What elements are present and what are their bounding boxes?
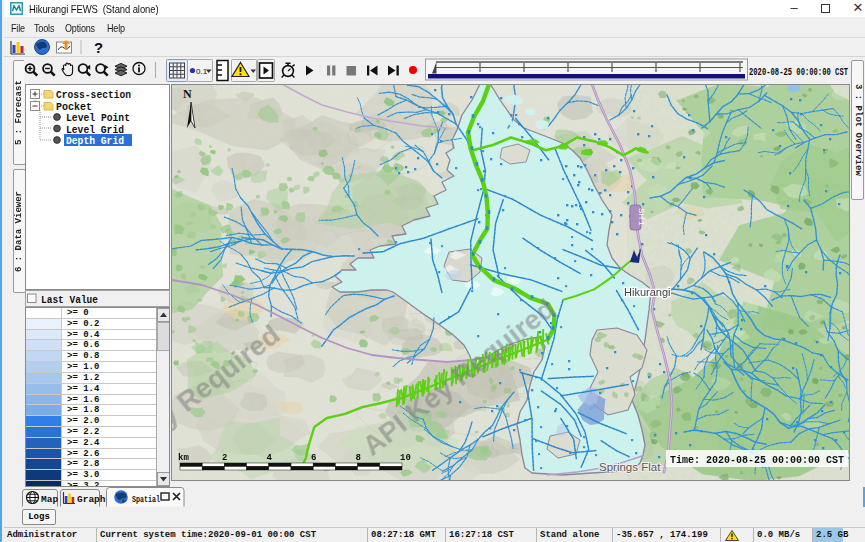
svg-text:6: 6 [311, 453, 316, 463]
svg-text:Last Value: Last Value [41, 295, 98, 306]
svg-text:8: 8 [356, 453, 361, 463]
svg-text:Level Grid: Level Grid [66, 125, 124, 136]
svg-text:2020-08-25 00:00:00 CST: 2020-08-25 00:00:00 CST [749, 67, 848, 78]
svg-text:Spatial: Spatial [132, 494, 160, 505]
svg-text:Pocket: Pocket [56, 102, 92, 113]
svg-text:Hikurangi: Hikurangi [624, 286, 670, 298]
svg-text:km: km [178, 453, 189, 463]
svg-text:Graph: Graph [77, 494, 106, 505]
svg-text:Level Point: Level Point [66, 113, 130, 124]
svg-text:Cross-section: Cross-section [56, 90, 131, 101]
svg-text:0.1: 0.1 [196, 67, 208, 76]
svg-text:10: 10 [400, 453, 411, 463]
svg-text:Depth Grid: Depth Grid [66, 136, 124, 147]
svg-text:4: 4 [267, 453, 273, 463]
svg-text:Time: 2020-08-25 00:00:00 CST: Time: 2020-08-25 00:00:00 CST [670, 455, 844, 466]
svg-text:2: 2 [222, 453, 227, 463]
svg-text:SH 1: SH 1 [637, 208, 646, 226]
svg-text:Springs Flat: Springs Flat [599, 461, 661, 473]
svg-text:?: ? [94, 39, 103, 56]
svg-text:Map: Map [41, 494, 58, 505]
svg-text:N: N [183, 87, 192, 101]
